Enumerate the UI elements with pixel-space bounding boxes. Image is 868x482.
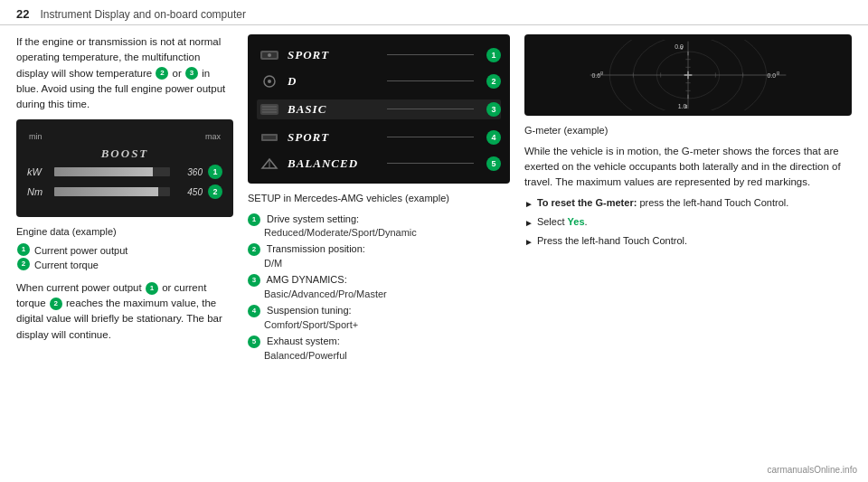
page-number: 22 [16,7,29,21]
engine-list: 1 Current power output 2 Current torque [16,243,233,273]
setup-num-2: 2 [486,74,501,89]
when-badge-1: 1 [146,282,158,295]
main-content: If the engine or transmission is not at … [0,25,868,480]
setup-list-item-5: 5 Exhaust system: Balanced/Powerful [248,334,510,363]
when-badge-2: 2 [50,298,62,310]
arrow-item-2: ► Select Yes. [524,214,852,230]
setup-num-3: 3 [486,102,501,117]
gmeter-display: 0.0 g 1.0 g 0.6 g 0.0 g [524,34,852,116]
engine-badge-2: 2 [17,258,30,270]
setup-list-badge-4: 4 [248,305,260,317]
setup-list-item-3: 3 AMG DYNAMICS: Basic/Advanced/Pro/Maste… [248,272,510,301]
nm-fill [54,187,158,196]
setup-list-item-4: 4 Suspension tuning: Comfort/Sport/Sport… [248,303,510,332]
intro-paragraph: If the engine or transmission is not at … [16,34,233,112]
nm-track [54,187,170,196]
setup-list-sub-4: Comfort/Sport/Sport+ [248,318,510,332]
left-column: If the engine or transmission is not at … [16,34,233,471]
nm-badge: 2 [208,184,222,199]
watermark: carmanualsOnline.info [768,465,858,475]
svg-text:g: g [685,103,688,109]
svg-text:0.6: 0.6 [591,72,600,79]
badge-2: 2 [156,67,168,80]
setup-list-badge-1: 1 [248,213,260,226]
setup-row-1: SPORT 1 [257,47,501,63]
page-title: Instrument Display and on-board computer [40,8,245,21]
engine-list-item-2: 2 Current torque [16,258,233,273]
setup-list-badge-2: 2 [248,243,260,256]
kw-value: 360 [175,167,203,177]
svg-text:g: g [777,70,779,75]
setup-icon-4 [257,129,282,146]
setup-row-3: BASIC 3 [257,99,501,119]
setup-list-sub-1: Reduced/Moderate/Sport/Dynamic [248,226,510,240]
engine-caption: Engine data (example) [16,224,233,240]
setup-icon-5 [257,156,282,172]
nm-bar-row: Nm 450 2 [27,184,222,199]
kw-badge: 1 [208,165,222,179]
arrow-icon-3: ► [524,235,533,249]
when-text: When current power output 1 or current t… [16,280,233,343]
setup-caption: SETUP in Mercedes-AMG vehicles (example) [248,191,510,206]
setup-row-5: BALANCED 5 [257,156,501,172]
arrow-text-1: To reset the G-meter: press the left-han… [537,195,788,211]
gmeter-text: While the vehicle is in motion, the G-me… [524,144,852,191]
setup-value-1: SPORT [288,48,374,62]
svg-text:0.0: 0.0 [768,72,777,79]
setup-value-3: BASIC [288,102,374,117]
setup-row-2: D 2 [257,73,501,90]
kw-bar-row: kW 360 1 [27,165,222,179]
kw-fill [54,167,153,176]
svg-point-2 [268,53,271,57]
badge-3: 3 [185,67,198,80]
setup-list-sub-5: Balanced/Powerful [248,349,510,363]
boost-minmax: min max [27,132,222,141]
arrow-icon-2: ► [524,216,533,230]
setup-list-item-1: 1 Drive system setting: Reduced/Moderate… [248,212,510,241]
nm-label: Nm [27,186,49,197]
boost-label: BOOST [27,146,222,161]
svg-text:g: g [680,44,683,50]
arrow-item-1: ► To reset the G-meter: press the left-h… [524,195,852,211]
setup-row-4: SPORT 4 [257,129,501,146]
engine-badge-1: 1 [17,243,30,256]
setup-value-4: SPORT [288,130,374,145]
setup-list-sub-2: D/M [248,257,510,270]
setup-list-badge-3: 3 [248,274,260,287]
setup-list: 1 Drive system setting: Reduced/Moderate… [248,212,510,363]
arrow-item-3: ► Press the left-hand Touch Control. [524,233,852,249]
middle-column: SPORT 1 D 2 [248,34,510,471]
setup-value-5: BALANCED [288,156,374,171]
svg-rect-10 [263,136,276,139]
arrow-text-2: Select Yes. [537,214,588,230]
setup-icon-2 [257,73,282,90]
engine-display: min max BOOST kW 360 1 Nm 450 2 [16,119,233,217]
setup-list-badge-5: 5 [248,336,260,348]
right-column: 0.0 g 1.0 g 0.6 g 0.0 g [524,34,852,471]
arrow-icon-1: ► [524,197,533,211]
page-header: 22 Instrument Display and on-board compu… [0,0,868,25]
svg-point-4 [268,80,271,83]
kw-label: kW [27,166,49,177]
setup-value-2: D [288,74,374,89]
setup-icon-3 [257,101,282,118]
setup-num-4: 4 [486,130,501,145]
setup-num-1: 1 [486,48,501,62]
nm-value: 450 [175,187,203,197]
setup-list-sub-3: Basic/Advanced/Pro/Master [248,288,510,301]
gmeter-inner: 0.0 g 1.0 g 0.6 g 0.0 g [530,40,846,110]
svg-text:g: g [600,70,603,75]
engine-list-item-1: 1 Current power output [16,243,233,259]
setup-num-5: 5 [486,156,501,171]
arrow-text-3: Press the left-hand Touch Control. [537,233,687,249]
setup-list-item-2: 2 Transmission position: D/M [248,241,510,270]
setup-display: SPORT 1 D 2 [248,34,510,184]
kw-track [54,167,170,176]
setup-icon-1 [257,47,282,63]
gmeter-caption: G-meter (example) [524,123,852,138]
